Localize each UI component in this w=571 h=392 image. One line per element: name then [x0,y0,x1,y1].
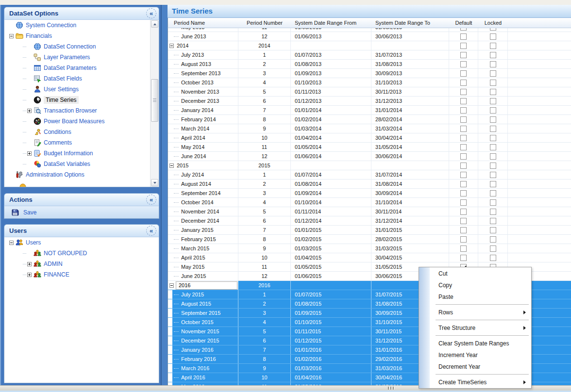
date-from-cell[interactable]: 01/06/2014 [291,152,371,161]
default-checkbox[interactable] [460,190,467,196]
date-from-cell[interactable]: 01/09/2013 [291,69,371,78]
period-number-cell[interactable]: 2 [238,180,291,188]
collapse-minus-icon[interactable] [9,34,14,38]
date-to-cell[interactable]: 31/10/2013 [371,78,449,87]
scroll-down-button[interactable] [151,179,158,186]
tree-item-budget-information[interactable]: Budget Information [4,148,159,159]
date-from-cell[interactable]: 01/11/2014 [291,207,371,216]
period-number-cell[interactable]: 9 [238,364,291,373]
period-name-cell[interactable]: October 2015 [168,318,238,327]
date-from-cell[interactable]: 01/06/2015 [291,272,371,280]
period-name-cell[interactable]: May 2014 [168,143,238,151]
default-checkbox[interactable] [460,135,467,141]
menu-item-paste[interactable]: Paste [419,291,531,303]
period-number-cell[interactable]: 7 [238,106,291,114]
default-checkbox[interactable] [460,255,467,261]
date-from-cell[interactable]: 01/12/2013 [291,97,371,105]
default-checkbox[interactable] [460,163,467,169]
locked-checkbox[interactable] [490,43,496,49]
column-header-date-from[interactable]: System Date Range From [291,18,371,28]
default-checkbox[interactable] [460,144,467,150]
date-to-cell[interactable] [371,41,449,50]
menu-item-decrement-year[interactable]: Decrement Year [419,361,531,373]
year-group-row[interactable]: 20142014 [168,41,571,50]
period-number-cell[interactable]: 2 [238,299,291,308]
tree-item-dataset-fields[interactable]: DataSet Fields [4,73,159,84]
date-from-cell[interactable]: 01/03/2014 [291,124,371,133]
date-from-cell[interactable]: 01/01/2014 [291,106,371,114]
period-name-cell[interactable]: July 2014 [168,170,238,179]
period-row[interactable]: March 2015901/03/201531/03/2015 [168,244,571,253]
date-from-cell[interactable]: 01/12/2014 [291,216,371,225]
period-number-cell[interactable]: 9 [238,124,291,133]
period-row[interactable]: May 20141101/05/201431/05/2014 [168,143,571,152]
menu-item-tree-structure[interactable]: Tree Structure [419,322,531,334]
date-to-cell[interactable]: 31/05/2014 [371,143,449,151]
period-name-cell[interactable]: March 2014 [168,124,238,133]
locked-checkbox[interactable] [490,172,496,178]
period-name-cell[interactable]: July 2013 [168,50,238,59]
date-from-cell[interactable]: 01/06/2013 [291,32,371,41]
date-from-cell[interactable]: 01/02/2015 [291,235,371,244]
period-name-cell[interactable]: August 2014 [168,180,238,188]
period-number-cell[interactable]: 2 [238,60,291,68]
default-checkbox[interactable] [460,199,467,206]
locked-checkbox[interactable] [490,61,496,67]
date-from-cell[interactable]: 01/02/2014 [291,115,371,124]
date-to-cell[interactable]: 31/12/2013 [371,97,449,105]
tree-item-user-settings[interactable]: User Settings [4,84,159,95]
date-to-cell[interactable]: 30/06/2013 [371,32,449,41]
default-checkbox[interactable] [460,218,467,224]
tree-item-users[interactable]: Users [4,237,159,248]
date-from-cell[interactable]: 01/10/2014 [291,198,371,207]
date-to-cell[interactable]: 31/12/2014 [371,216,449,225]
period-name-cell[interactable]: March 2016 [168,364,238,373]
period-row[interactable]: July 2013101/07/201331/07/2013 [168,50,571,60]
period-name-cell[interactable]: May 2015 [168,262,238,271]
locked-checkbox[interactable] [490,107,496,114]
period-name-cell[interactable]: August 2013 [168,60,238,68]
date-to-cell[interactable]: 31/01/2014 [371,106,449,114]
period-number-cell[interactable]: 7 [238,345,291,354]
default-checkbox[interactable] [460,116,467,123]
default-checkbox[interactable] [460,227,467,233]
period-number-cell[interactable]: 3 [238,69,291,78]
locked-checkbox[interactable] [490,190,496,196]
date-from-cell[interactable]: 01/09/2015 [291,309,371,317]
tree-item-not-grouped[interactable]: NOT GROUPED [4,248,159,259]
period-name-cell[interactable]: February 2016 [168,355,238,363]
locked-checkbox[interactable] [490,245,496,252]
year-group-row[interactable]: 20152015 [168,161,571,170]
date-to-cell[interactable]: 30/09/2014 [371,189,449,197]
period-row[interactable]: November 2013501/11/201330/11/2013 [168,87,571,97]
period-name-cell[interactable]: June 2015 [168,272,238,280]
date-to-cell[interactable]: 30/04/2014 [371,133,449,142]
date-to-cell[interactable]: 31/07/2014 [371,170,449,179]
locked-checkbox[interactable] [490,144,496,150]
date-from-cell[interactable]: 01/01/2015 [291,226,371,234]
date-from-cell[interactable]: 01/08/2014 [291,180,371,188]
period-number-cell[interactable]: 10 [238,133,291,142]
period-name-cell[interactable]: March 2015 [168,244,238,253]
date-from-cell[interactable]: 01/11/2013 [291,87,371,96]
date-from-cell[interactable]: 01/10/2015 [291,318,371,327]
tree-item-comments[interactable]: Comments [4,137,159,148]
period-number-cell[interactable]: 8 [238,355,291,363]
period-name-cell[interactable]: January 2016 [168,345,238,354]
period-number-cell[interactable]: 1 [238,170,291,179]
period-number-cell[interactable]: 8 [238,115,291,124]
tree-item-dataset-variables[interactable]: DataSet Variables [4,159,159,169]
expand-plus-icon[interactable] [27,151,32,156]
period-row[interactable]: June 20131201/06/201330/06/2013 [168,32,571,41]
column-header-period-number[interactable]: Period Number [238,18,291,28]
period-name-cell[interactable]: July 2015 [168,290,238,299]
default-checkbox[interactable] [460,245,467,252]
date-to-cell[interactable]: 30/09/2013 [371,69,449,78]
period-number-cell[interactable]: 11 [238,262,291,271]
date-to-cell[interactable]: 31/01/2015 [371,226,449,234]
period-name-cell[interactable]: February 2015 [168,235,238,244]
date-to-cell[interactable]: 30/11/2014 [371,207,449,216]
column-header-default[interactable]: Default [449,18,478,28]
period-number-cell[interactable]: 3 [238,309,291,317]
menu-item-create-timeseries[interactable]: Create TimeSeries [419,376,531,388]
